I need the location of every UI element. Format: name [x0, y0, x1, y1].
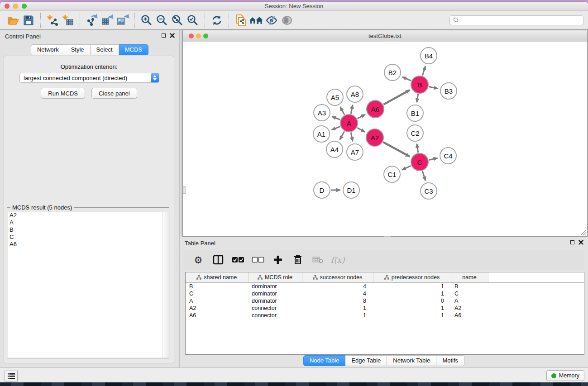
zoom-selected-icon[interactable]: [185, 13, 201, 28]
delete-columns-icon[interactable]: [291, 253, 305, 267]
zoom-out-icon[interactable]: [154, 13, 170, 28]
table-tab-motifs[interactable]: Motifs: [436, 355, 464, 366]
tab-network[interactable]: Network: [31, 44, 65, 55]
network-canvas[interactable]: B4B2BB3A5A8A6A3B1AC2A1A2A4A7C4CC1DD1C3: [183, 42, 587, 236]
tab-select[interactable]: Select: [91, 44, 119, 55]
table-tab-network-table[interactable]: Network Table: [387, 355, 436, 366]
result-item[interactable]: A6: [8, 241, 168, 248]
export-network-icon[interactable]: [84, 13, 100, 28]
float-panel-icon[interactable]: [162, 33, 166, 38]
graph-node-A8[interactable]: A8: [346, 86, 363, 103]
result-item[interactable]: B: [8, 226, 168, 234]
graph-node-A7[interactable]: A7: [346, 143, 363, 161]
graph-edge-A-A1[interactable]: [331, 127, 340, 130]
table-row[interactable]: Cdominator41C: [186, 290, 584, 297]
task-history-button[interactable]: [5, 371, 18, 381]
result-item[interactable]: A: [8, 219, 168, 226]
graph-edge-C-C2[interactable]: [417, 144, 418, 153]
graph-edge-A6-B[interactable]: [383, 90, 410, 105]
table-row[interactable]: Bdominator41B: [186, 283, 584, 291]
export-image-icon[interactable]: [115, 13, 130, 28]
import-table-icon[interactable]: [60, 13, 76, 28]
table-row[interactable]: Adominator80A: [186, 297, 584, 305]
column-header-predecessor-nodes[interactable]: predecessor nodes: [373, 272, 451, 283]
graph-node-C[interactable]: C: [411, 153, 429, 171]
close-table-panel-icon[interactable]: [578, 240, 583, 245]
home-icon[interactable]: [249, 13, 264, 28]
result-item[interactable]: C: [8, 234, 168, 241]
graph-node-A4[interactable]: A4: [326, 141, 343, 158]
column-header-successor-nodes[interactable]: successor nodes: [302, 272, 373, 283]
graph-edge-C-C1[interactable]: [402, 166, 411, 170]
graph-edge-A-A6[interactable]: [358, 114, 365, 119]
graph-node-B2[interactable]: B2: [384, 64, 401, 81]
graph-edge-A2-C[interactable]: [383, 142, 410, 157]
graph-edge-B-B2[interactable]: [402, 77, 411, 81]
graph-edge-A-A2[interactable]: [357, 128, 365, 132]
search-input[interactable]: [461, 17, 583, 24]
graph-node-B3[interactable]: B3: [440, 82, 457, 100]
show-panel-eye-icon[interactable]: [279, 13, 295, 28]
run-mcds-button[interactable]: Run MCDS: [41, 88, 85, 99]
graph-edge-A-A3[interactable]: [332, 117, 340, 120]
graph-node-B[interactable]: B: [411, 76, 429, 94]
graph-node-C2[interactable]: C2: [406, 124, 424, 142]
open-session-icon[interactable]: [5, 13, 21, 28]
import-network-icon[interactable]: [45, 13, 60, 28]
node-table[interactable]: shared nameMCDS rolesuccessor nodesprede…: [185, 272, 584, 355]
graph-node-B4[interactable]: B4: [420, 47, 437, 64]
graph-edge-A-A8[interactable]: [351, 105, 353, 114]
graph-edge-A-A5[interactable]: [340, 107, 344, 114]
graph-node-A5[interactable]: A5: [326, 89, 344, 106]
graph-node-A6[interactable]: A6: [366, 100, 384, 118]
graph-edge-C-C3[interactable]: [422, 171, 425, 181]
column-header-MCDS-role[interactable]: MCDS role: [248, 272, 302, 283]
graph-edge-C-C4[interactable]: [429, 158, 437, 160]
add-column-icon[interactable]: [271, 253, 285, 267]
graph-edge-A-A4[interactable]: [340, 131, 344, 140]
memory-button[interactable]: Memory: [546, 370, 584, 381]
table-tab-edge-table[interactable]: Edge Table: [345, 355, 387, 366]
export-table-icon[interactable]: [100, 13, 115, 28]
graph-edge-B-B4[interactable]: [422, 66, 425, 76]
table-options-gear-icon[interactable]: ⚙: [191, 253, 205, 267]
float-table-panel-icon[interactable]: [570, 240, 574, 244]
graph-node-A3[interactable]: A3: [313, 104, 330, 121]
refresh-icon[interactable]: [209, 13, 225, 28]
graph-node-A1[interactable]: A1: [313, 125, 330, 143]
graph-node-C3[interactable]: C3: [420, 182, 437, 200]
graph-node-B1[interactable]: B1: [406, 105, 424, 122]
graph-edge-B-B1[interactable]: [417, 94, 418, 103]
result-list-scrollbar[interactable]: [162, 212, 168, 357]
search-field[interactable]: [449, 15, 583, 25]
graph-node-A2[interactable]: A2: [366, 129, 384, 147]
result-item[interactable]: A2: [8, 212, 168, 219]
delete-table-icon[interactable]: [311, 253, 325, 267]
table-row[interactable]: A2connector11A2: [186, 305, 584, 312]
graph-node-D1[interactable]: D1: [343, 181, 360, 199]
graph-node-D[interactable]: D: [313, 181, 330, 199]
function-builder-icon[interactable]: f(x): [331, 253, 344, 267]
resize-grip-icon[interactable]: [580, 229, 587, 236]
show-columns-icon[interactable]: [211, 253, 225, 267]
zoom-in-icon[interactable]: [139, 13, 154, 28]
graph-node-A[interactable]: A: [340, 114, 358, 132]
close-panel-button[interactable]: Close panel: [91, 88, 137, 99]
tab-style[interactable]: Style: [65, 44, 91, 55]
splitter-grip[interactable]: [183, 186, 186, 194]
table-row[interactable]: A6connector11A6: [186, 312, 584, 319]
graph-node-C4[interactable]: C4: [440, 147, 457, 164]
new-session-icon[interactable]: [233, 13, 249, 28]
graph-node-C1[interactable]: C1: [383, 166, 401, 183]
criterion-dropdown[interactable]: largest connected component (directed): [19, 73, 159, 83]
save-session-icon[interactable]: [21, 13, 36, 28]
graph-edge-B-B3[interactable]: [429, 86, 438, 88]
hide-panel-eye-icon[interactable]: [264, 13, 279, 28]
select-all-icon[interactable]: [231, 253, 245, 267]
table-tab-node-table[interactable]: Node Table: [303, 355, 346, 366]
column-header-name[interactable]: name: [451, 272, 488, 283]
deselect-all-icon[interactable]: [251, 253, 265, 267]
zoom-fit-icon[interactable]: [170, 13, 185, 28]
column-header-shared-name[interactable]: shared name: [186, 272, 248, 283]
mcds-result-list[interactable]: A2ABCA6: [8, 212, 168, 357]
